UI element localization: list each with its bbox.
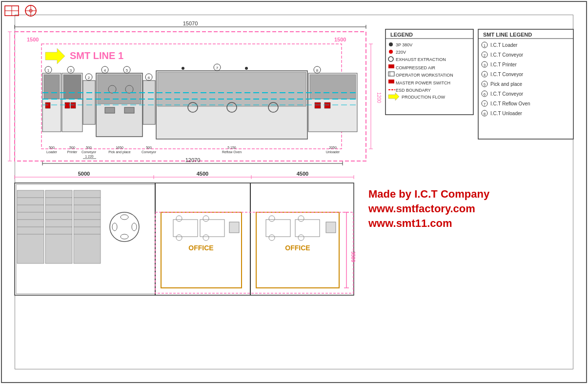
legend-220v: 220V [396,50,406,55]
svg-text:7: 7 [484,102,486,106]
svg-rect-57 [315,102,321,108]
svg-rect-142 [326,222,336,233]
smt-item-7: I.C.T Reflow Oven [490,101,530,106]
made-by-line2: www.smtfactory.com [368,202,475,215]
rectangle-icon [4,4,21,18]
legend-exhaust: EXHAUST EXTRACTION [396,57,446,62]
smt-item-6: I.C.T Conveyor [490,91,524,97]
office1-label: OFFICE [188,244,213,252]
dim-1500-left: 1500 [27,37,39,42]
svg-text:6: 6 [484,92,486,97]
svg-rect-73 [388,64,394,68]
smt-item-4: I.C.T Conveyor [490,72,524,77]
equip-dim-conv1: Conveyor [81,150,97,154]
svg-rect-26 [65,102,70,108]
top-left-icons [4,4,38,18]
smt-item-8: I.C.T Unloader [490,111,523,116]
smt-legend-title: SMT LINE LEGEND [483,32,532,38]
legend-esd: ESD BOUNDARY [396,88,431,93]
equip-dim-loader: Loader [46,150,57,154]
equip-dim-unloader: Unloader [326,150,340,154]
legend-production: PRODUCTION FLOW [402,95,446,100]
made-by-line3: www.smt11.com [368,217,452,229]
crosshair-icon [24,4,38,18]
svg-rect-43 [143,81,155,124]
svg-rect-58 [324,102,330,108]
svg-rect-38 [124,107,134,113]
dim-15070: 15070 [183,20,198,26]
svg-rect-27 [71,102,76,108]
smt-item-2: I.C.T Conveyor [490,52,524,58]
equip-dim-printer: Printer [67,150,78,154]
svg-rect-21 [45,102,50,108]
svg-point-70 [389,42,393,46]
dim-1500-right: 1500 [334,37,346,42]
equip-label-reflow: 5 150 [227,146,236,149]
equip-label-pnp: 1650 [116,146,123,149]
svg-text:3: 3 [70,68,72,73]
svg-text:5: 5 [484,82,486,87]
main-drawing: 15070 1200 4500 1500 1500 SMT LINE 1 500… [7,17,583,324]
equip-dim-pnp: Pick and place [108,150,131,154]
svg-rect-25 [63,75,81,99]
equip-dim-reflow: Reflow Oven [222,150,242,154]
svg-text:1: 1 [484,43,486,48]
svg-marker-18 [45,48,65,64]
svg-rect-76 [388,80,394,83]
svg-text:8: 8 [316,68,319,73]
dim-5000: 5000 [78,171,90,177]
equip-label-conv1: 500 [86,146,92,149]
svg-point-52 [245,67,248,70]
smt-line-title: SMT LINE 1 [70,50,123,61]
svg-text:2: 2 [88,76,90,80]
dim-4500a: 4500 [197,171,208,177]
svg-text:4: 4 [484,73,486,77]
svg-text:2: 2 [484,53,486,58]
legend-title: LEGEND [390,32,413,38]
legend-masterpower: MASTER POWER SWITCH [396,81,450,85]
dim-12070: 12070 [185,157,201,163]
svg-point-71 [389,50,393,54]
svg-text:5: 5 [126,68,128,73]
office2-label: OFFICE [285,244,310,252]
smt-item-3: I.C.T Printer [490,62,517,67]
dim-4500b: 4500 [297,171,308,177]
svg-rect-56 [310,75,356,99]
svg-rect-20 [44,75,60,99]
equip-label-loader: 500 [49,146,55,149]
svg-rect-30 [83,81,95,124]
svg-rect-37 [105,107,115,113]
made-by-line1: Made by I.C.T Company [368,188,490,200]
equip-label-conv2: 500 [146,146,152,149]
svg-rect-134 [229,222,239,233]
smt-item-1: I.C.T Loader [490,42,518,48]
svg-text:1: 1 [47,68,50,73]
svg-point-51 [182,67,184,70]
svg-rect-47 [158,72,306,106]
legend-compressed: COMPRESSED AIR [396,65,436,70]
svg-text:6: 6 [148,76,150,80]
legend-3p: 3P 380V [396,42,412,47]
dim-1220: 1 220 [85,155,94,158]
svg-text:7: 7 [216,66,219,70]
svg-text:8: 8 [484,112,486,116]
equip-label-unloader: 2050 [329,146,337,149]
dim-1200: 1200 [376,92,382,103]
equip-dim-conv2: Conveyor [142,150,157,154]
svg-text:3: 3 [484,63,486,67]
equip-label-printer: 500 [69,146,75,149]
legend-workstation: OPERATOR WORKSTATION [396,73,453,78]
svg-text:4: 4 [104,68,106,73]
smt-item-5: Pick and place [490,81,522,87]
